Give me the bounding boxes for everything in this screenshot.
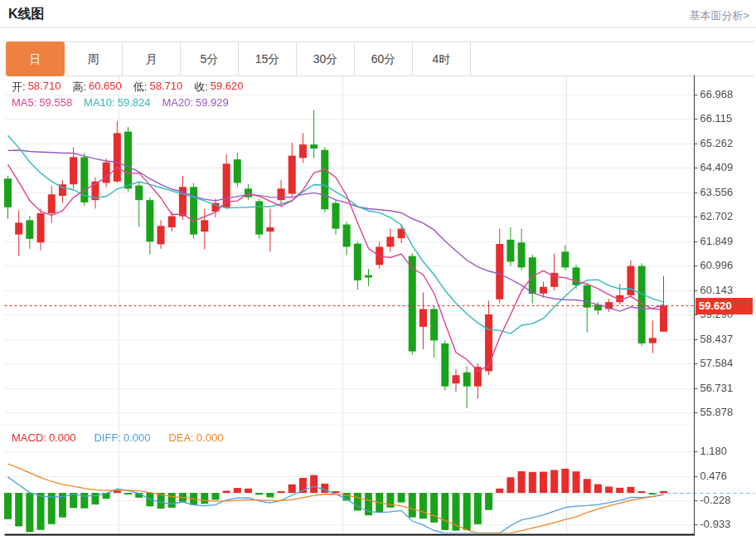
open-value: 58.710 [28, 80, 61, 95]
high-label: 高: [72, 80, 86, 95]
ma20-value: 59.929 [196, 96, 229, 109]
high-value: 60.650 [89, 80, 122, 95]
close-value: 59.620 [211, 80, 244, 95]
kline-chart-canvas[interactable] [0, 75, 756, 536]
header-divider [0, 27, 756, 28]
ohlc-readout: 开:58.710 高:60.650 低:58.710 收:59.620 [12, 80, 255, 95]
ma5-value: 59.558 [39, 96, 72, 109]
ma10-value: 59.824 [118, 96, 151, 109]
diff-value: 0.000 [124, 431, 151, 444]
dea-label: DEA: [168, 431, 193, 444]
ma5-label: MA5: [12, 96, 36, 109]
interval-tabbar: 日 周 月 5分 15分 30分 60分 4时 [7, 41, 754, 76]
tab-day[interactable]: 日 [6, 41, 65, 76]
tab-month[interactable]: 月 [123, 42, 181, 76]
macd-value: 0.000 [49, 431, 76, 444]
tab-15min[interactable]: 15分 [239, 42, 297, 76]
dea-value: 0.000 [196, 431, 224, 444]
tab-week[interactable]: 周 [65, 42, 123, 76]
fundamental-analysis-link[interactable]: 基本面分析> [689, 8, 749, 23]
close-label: 收: [194, 80, 208, 95]
tab-4hour[interactable]: 4时 [413, 42, 471, 76]
ma10-label: MA10: [84, 96, 115, 109]
low-label: 低: [133, 80, 148, 95]
macd-readout: MACD:0.000 DIFF:0.000 DEA:0.000 [12, 431, 241, 444]
ma20-label: MA20: [162, 96, 193, 109]
tab-5min[interactable]: 5分 [181, 42, 239, 76]
ma-readout: MA5:59.558 MA10:59.824 MA20:59.929 [12, 96, 240, 109]
tab-60min[interactable]: 60分 [355, 42, 413, 76]
page-title: K线图 [8, 6, 45, 23]
diff-label: DIFF: [94, 431, 121, 444]
tab-30min[interactable]: 30分 [297, 42, 355, 76]
low-value: 58.710 [149, 80, 182, 95]
current-price-badge: 59.620 [695, 298, 753, 314]
open-label: 开: [12, 80, 26, 95]
macd-label: MACD: [12, 431, 46, 444]
